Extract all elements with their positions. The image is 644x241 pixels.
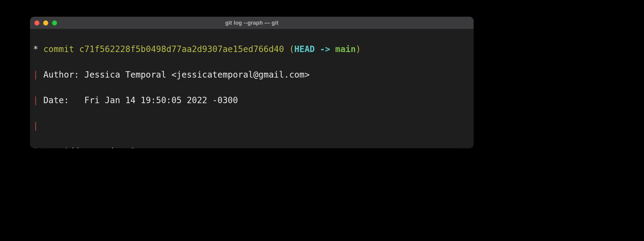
graph-pipe: | <box>33 95 38 105</box>
zoom-icon[interactable] <box>52 20 57 26</box>
commit-line: * commit c71f562228f5b0498d77aa2d9307ae1… <box>33 43 471 56</box>
head-ref: HEAD -> <box>294 44 335 54</box>
author-text: Author: Jessica Temporal <jessicatempora… <box>43 70 310 80</box>
message-line: | Adds arquivo-3.txt <box>33 145 471 148</box>
graph-pipe: | <box>33 121 38 131</box>
date-text: Date: Fri Jan 14 19:50:05 2022 -0300 <box>43 95 238 105</box>
commit-message: Adds arquivo-3.txt <box>64 146 156 148</box>
minimize-icon[interactable] <box>43 20 48 26</box>
commit-hash: c71f562228f5b0498d77aa2d9307ae15ed766d40 <box>79 44 284 54</box>
graph-star: * <box>33 44 38 54</box>
branch-name: main <box>335 44 356 54</box>
terminal-window: git log --graph — git * commit c71f56222… <box>30 17 474 148</box>
window-title: git log --graph — git <box>30 20 474 26</box>
decor-open: ( <box>284 44 294 54</box>
close-icon[interactable] <box>34 20 39 26</box>
titlebar: git log --graph — git <box>30 17 474 29</box>
date-line: | Date: Fri Jan 14 19:50:05 2022 -0300 <box>33 94 471 107</box>
decor-close: ) <box>356 44 361 54</box>
graph-pipe: | <box>33 146 38 148</box>
author-line: | Author: Jessica Temporal <jessicatempo… <box>33 68 471 81</box>
graph-pipe: | <box>33 70 38 80</box>
terminal-output[interactable]: * commit c71f562228f5b0498d77aa2d9307ae1… <box>30 29 474 148</box>
blank-line: | <box>33 120 471 132</box>
commit-label: commit <box>43 44 74 54</box>
traffic-lights <box>34 20 57 26</box>
